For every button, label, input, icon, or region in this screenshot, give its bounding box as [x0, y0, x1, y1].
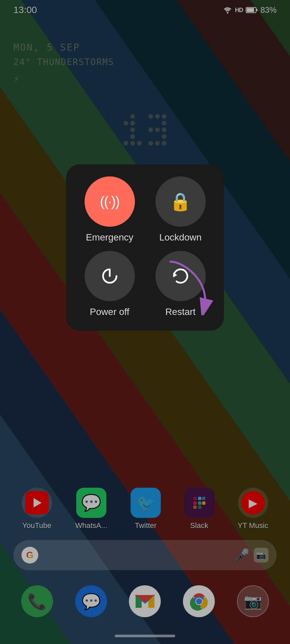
power-off-button[interactable]: Power off [78, 251, 141, 317]
power-off-circle[interactable] [85, 251, 135, 301]
lockdown-circle[interactable]: 🔒 [155, 176, 206, 227]
emergency-button[interactable]: ((·)) Emergency [78, 176, 141, 243]
restart-button[interactable]: Restart [149, 251, 212, 317]
lockdown-label: Lockdown [159, 232, 201, 243]
lockdown-button[interactable]: 🔒 Lockdown [149, 176, 212, 243]
emergency-circle[interactable]: ((·)) [85, 176, 135, 227]
emergency-label: Emergency [86, 232, 134, 243]
power-off-icon [99, 265, 120, 287]
restart-circle[interactable] [155, 251, 206, 301]
restart-label: Restart [165, 307, 195, 317]
power-off-label: Power off [90, 307, 130, 317]
restart-icon [170, 265, 191, 287]
lockdown-icon: 🔒 [170, 192, 191, 212]
emergency-icon: ((·)) [100, 194, 119, 210]
power-menu: ((·)) Emergency 🔒 Lockdown Power off Res… [66, 164, 224, 331]
